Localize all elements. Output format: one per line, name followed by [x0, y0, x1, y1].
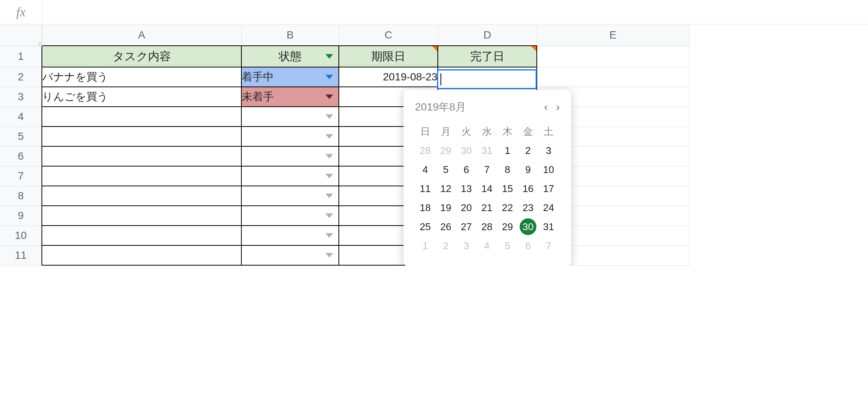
cell-empty[interactable] [42, 186, 241, 206]
date-picker-day[interactable]: 30 [520, 218, 536, 235]
date-picker-day[interactable]: 28 [417, 142, 434, 159]
date-picker-day[interactable]: 28 [479, 218, 495, 235]
cell-status[interactable]: 未着手 [241, 87, 339, 107]
column-header-E[interactable]: E [537, 24, 689, 46]
date-picker-day[interactable]: 4 [479, 237, 495, 254]
cell-empty[interactable] [42, 146, 241, 166]
date-picker-day[interactable]: 29 [437, 142, 454, 159]
date-picker-day[interactable]: 9 [520, 161, 536, 178]
spreadsheet-grid[interactable]: A B C D E 1 タスク内容 状態 期限日 完了日 [0, 24, 689, 266]
chevron-down-icon[interactable] [326, 213, 333, 218]
header-cell-task[interactable]: タスク内容 [42, 46, 241, 67]
chevron-down-icon[interactable] [326, 174, 333, 178]
cell-status-empty[interactable] [241, 107, 339, 127]
cell-status-empty[interactable] [241, 146, 339, 166]
prev-month-button[interactable]: ‹ [544, 101, 547, 113]
date-picker-day[interactable]: 20 [458, 199, 475, 216]
cell-status-empty[interactable] [241, 206, 339, 226]
select-all-corner[interactable] [0, 24, 42, 46]
row-header-4[interactable]: 4 [0, 107, 42, 127]
row-header-5[interactable]: 5 [0, 127, 42, 146]
row-header-8[interactable]: 8 [0, 186, 42, 206]
date-picker-day[interactable]: 31 [479, 142, 495, 159]
date-picker-day[interactable]: 11 [417, 180, 434, 197]
next-month-button[interactable]: › [556, 101, 560, 113]
chevron-down-icon[interactable] [326, 114, 333, 119]
date-picker-day[interactable]: 4 [417, 161, 434, 178]
row-header-2[interactable]: 2 [0, 67, 42, 87]
column-header-A[interactable]: A [42, 24, 241, 46]
row-header-7[interactable]: 7 [0, 166, 42, 186]
cell-task[interactable]: バナナを買う [42, 67, 241, 87]
date-picker-day[interactable]: 14 [479, 180, 495, 197]
date-picker-day[interactable]: 6 [520, 237, 536, 254]
date-picker-day[interactable]: 17 [540, 180, 557, 197]
date-picker-day[interactable]: 3 [458, 237, 475, 254]
cell-empty[interactable] [42, 107, 241, 127]
column-header-B[interactable]: B [241, 24, 339, 46]
row-header-9[interactable]: 9 [0, 206, 42, 226]
date-picker-day[interactable]: 24 [540, 199, 557, 216]
cell-status[interactable]: 着手中 [241, 67, 339, 87]
date-picker-day[interactable]: 1 [499, 142, 516, 159]
date-picker-day[interactable]: 5 [437, 161, 454, 178]
date-picker-day[interactable]: 27 [458, 218, 475, 235]
date-picker-day[interactable]: 23 [520, 199, 536, 216]
cell-empty[interactable] [42, 206, 241, 226]
cell-status-empty[interactable] [241, 186, 339, 206]
active-cell-editor[interactable] [437, 69, 537, 89]
date-picker-day[interactable]: 13 [458, 180, 475, 197]
chevron-down-icon[interactable] [326, 94, 333, 99]
cell-E2[interactable] [537, 67, 689, 87]
date-picker-day[interactable]: 6 [458, 161, 475, 178]
row-header-3[interactable]: 3 [0, 87, 42, 107]
column-header-D[interactable]: D [438, 24, 537, 46]
cell-empty[interactable] [42, 226, 241, 245]
cell-E1[interactable] [537, 46, 689, 67]
date-picker-day[interactable]: 10 [540, 161, 557, 178]
date-picker-day[interactable]: 26 [437, 218, 454, 235]
cell-empty[interactable] [42, 245, 241, 265]
cell-status-empty[interactable] [241, 226, 339, 245]
date-picker-day[interactable]: 22 [499, 199, 516, 216]
header-cell-done[interactable]: 完了日 [438, 46, 537, 67]
date-picker-day[interactable]: 18 [417, 199, 434, 216]
cell-empty[interactable] [42, 166, 241, 186]
date-picker-day[interactable]: 21 [479, 199, 495, 216]
header-cell-status[interactable]: 状態 [241, 46, 339, 67]
date-picker-day[interactable]: 31 [540, 218, 557, 235]
date-picker-day[interactable]: 5 [499, 237, 516, 254]
header-cell-deadline[interactable]: 期限日 [339, 46, 438, 67]
cell-status-empty[interactable] [241, 127, 339, 146]
date-picker-day[interactable]: 25 [417, 218, 434, 235]
chevron-down-icon[interactable] [326, 154, 333, 159]
chevron-down-icon[interactable] [326, 54, 333, 59]
cell-status-empty[interactable] [241, 245, 339, 265]
date-picker-day[interactable]: 2 [520, 142, 536, 159]
cell-deadline[interactable]: 2019-08-23 [339, 67, 438, 87]
chevron-down-icon[interactable] [326, 233, 333, 238]
date-picker-day[interactable]: 15 [499, 180, 516, 197]
cell-status-empty[interactable] [241, 166, 339, 186]
row-header-11[interactable]: 11 [0, 245, 42, 265]
row-header-1[interactable]: 1 [0, 46, 42, 67]
chevron-down-icon[interactable] [326, 75, 333, 79]
chevron-down-icon[interactable] [326, 194, 333, 198]
date-picker-day[interactable]: 12 [437, 180, 454, 197]
date-picker-day[interactable]: 1 [417, 237, 434, 254]
row-header-10[interactable]: 10 [0, 226, 42, 245]
cell-task[interactable]: りんごを買う [42, 87, 241, 107]
date-picker-day[interactable]: 30 [458, 142, 475, 159]
date-picker-day[interactable]: 19 [437, 199, 454, 216]
date-picker-day[interactable]: 3 [540, 142, 557, 159]
cell-empty[interactable] [42, 127, 241, 146]
chevron-down-icon[interactable] [326, 253, 333, 258]
column-header-C[interactable]: C [339, 24, 438, 46]
date-picker-day[interactable]: 29 [499, 218, 516, 235]
row-header-6[interactable]: 6 [0, 146, 42, 166]
date-picker-day[interactable]: 7 [479, 161, 495, 178]
date-picker-day[interactable]: 7 [540, 237, 557, 254]
formula-input[interactable] [42, 0, 868, 24]
chevron-down-icon[interactable] [326, 134, 333, 139]
date-picker-day[interactable]: 2 [437, 237, 454, 254]
